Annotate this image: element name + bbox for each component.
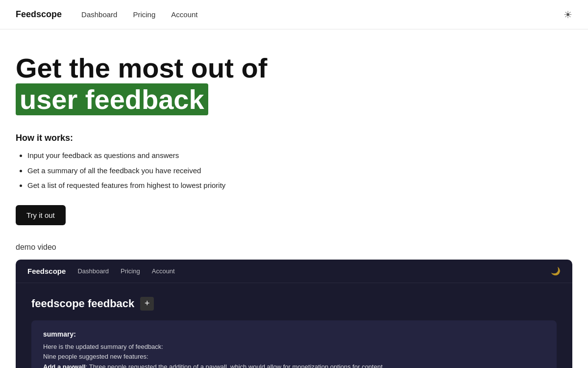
how-it-works-title: How it works: (16, 133, 572, 143)
hero-title: Get the most out of user feedback (16, 53, 572, 115)
demo-body: feedscope feedback + summary: Here is th… (16, 283, 572, 368)
hero-title-line1: Get the most out of (16, 53, 572, 83)
how-it-works-item-1: Input your feedback as questions and ans… (27, 150, 572, 161)
demo-summary-item1-bold: Add a paywall (43, 363, 86, 368)
nav-brand[interactable]: Feedscope (16, 9, 62, 20)
nav-links: Dashboard Pricing Account (81, 10, 548, 19)
demo-summary-intro: Here is the updated summary of feedback: (43, 343, 163, 350)
demo-video-label: demo video (16, 243, 572, 252)
demo-nav: Feedscope Dashboard Pricing Account 🌙 (16, 260, 572, 283)
nav-link-pricing[interactable]: Pricing (133, 10, 155, 19)
demo-nav-brand[interactable]: Feedscope (27, 267, 66, 275)
demo-nav-right: 🌙 (551, 266, 561, 276)
main-content: Get the most out of user feedback How it… (0, 29, 588, 368)
demo-summary-item1-text: : Three people requested the addition of… (86, 363, 385, 368)
how-it-works-item-2: Get a summary of all the feedback you ha… (27, 165, 572, 177)
demo-nav-link-pricing[interactable]: Pricing (121, 267, 140, 275)
how-it-works-section: How it works: Input your feedback as que… (16, 133, 572, 191)
demo-nav-link-dashboard[interactable]: Dashboard (77, 267, 109, 275)
demo-feedback-title: feedscope feedback (31, 297, 134, 310)
demo-summary-text: Here is the updated summary of feedback:… (43, 342, 545, 368)
try-it-out-button[interactable]: Try it out (16, 205, 66, 225)
demo-window: Feedscope Dashboard Pricing Account 🌙 fe… (16, 260, 572, 368)
demo-summary-line2: Nine people suggested new features: (43, 353, 148, 360)
hero-title-line2: user feedback (16, 83, 208, 116)
demo-nav-link-account[interactable]: Account (152, 267, 175, 275)
demo-theme-toggle-button[interactable]: 🌙 (551, 266, 561, 276)
demo-nav-links: Dashboard Pricing Account (77, 267, 174, 275)
demo-add-feedback-button[interactable]: + (140, 297, 154, 311)
main-nav: Feedscope Dashboard Pricing Account ☀ (0, 0, 588, 29)
nav-right: ☀ (564, 9, 572, 21)
how-it-works-list: Input your feedback as questions and ans… (16, 150, 572, 191)
demo-feedback-header: feedscope feedback + (31, 297, 557, 311)
demo-summary-card: summary: Here is the updated summary of … (31, 320, 557, 368)
theme-toggle-button[interactable]: ☀ (564, 9, 572, 21)
how-it-works-item-3: Get a list of requested features from hi… (27, 180, 572, 191)
nav-link-account[interactable]: Account (171, 10, 197, 19)
demo-summary-label: summary: (43, 330, 545, 338)
nav-link-dashboard[interactable]: Dashboard (81, 10, 117, 19)
